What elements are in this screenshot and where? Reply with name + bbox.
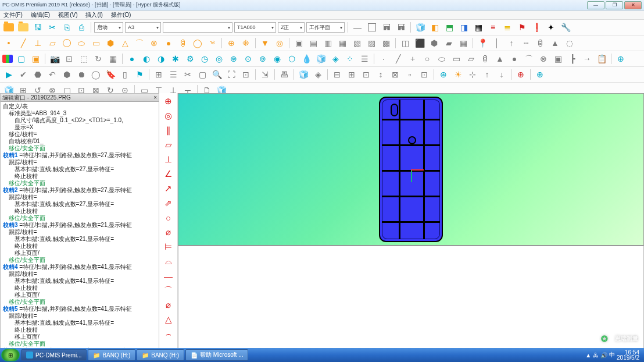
task-banq-2[interactable]: 📁BANQ (H:)	[137, 349, 184, 361]
3d-viewport[interactable]	[178, 93, 644, 246]
mode-combo[interactable]: 启动	[94, 22, 123, 33]
box3d-icon[interactable]: ⬚	[77, 53, 90, 65]
gdt-pos-icon[interactable]: ⊕	[225, 37, 238, 49]
plane-icon[interactable]: ▱	[46, 37, 59, 49]
play-icon[interactable]: ▶	[2, 69, 15, 80]
close-button[interactable]: ✕	[624, 1, 642, 9]
gdt-ang-icon[interactable]: ∠	[162, 168, 175, 180]
edit-window-body[interactable]: 自定义/表标准类型=ABB_914_3自尺寸/端点高度_0.1_<D2>_<TO…	[1, 102, 159, 350]
saveas-icon[interactable]: 🖬	[395, 22, 407, 33]
cube9-icon[interactable]: ◈	[329, 53, 342, 65]
up-icon[interactable]: ↑	[505, 37, 518, 49]
rpt-icon[interactable]: 📋	[595, 53, 608, 65]
cube-side-icon[interactable]: ◨	[457, 22, 470, 33]
drop-icon[interactable]: 💧	[300, 53, 313, 65]
new-file-icon[interactable]	[2, 22, 15, 33]
star-icon[interactable]: ✦	[545, 22, 557, 33]
edit-window-close-icon[interactable]: ×	[153, 94, 157, 101]
m3-icon[interactable]: ⊡	[360, 69, 373, 80]
ring-icon[interactable]: ◌	[563, 37, 576, 49]
task-banq-1[interactable]: 📁BANQ (H:)	[88, 349, 135, 361]
ball2-icon[interactable]: ◐	[140, 53, 153, 65]
hex-icon[interactable]: ⬡	[285, 53, 298, 65]
circle-icon[interactable]	[60, 37, 73, 49]
wrench-icon[interactable]: 🔧	[559, 22, 572, 33]
list-icon[interactable]: ☰	[167, 69, 180, 80]
m5-icon[interactable]: ⊠	[389, 69, 402, 80]
report-window[interactable]	[178, 246, 644, 350]
pa-icon[interactable]: ┣	[566, 53, 579, 65]
cyl3-icon[interactable]: 🛢	[534, 37, 547, 49]
page-icon[interactable]: ▯	[119, 69, 131, 80]
surf-icon[interactable]: ▰	[442, 37, 455, 49]
stack-icon[interactable]: ≡	[486, 22, 499, 33]
cy2-icon[interactable]: 🛢	[479, 53, 492, 65]
tray-clock[interactable]: 16:542019/5/2	[617, 350, 639, 360]
maximize-button[interactable]: ❐	[606, 1, 623, 9]
exp-icon[interactable]: ⇲	[259, 69, 271, 80]
gdt-position-icon[interactable]: ⊕	[162, 95, 175, 108]
pt-icon[interactable]: ·	[377, 53, 390, 65]
tray-lang-icon[interactable]: 中	[609, 351, 615, 359]
copy-icon[interactable]: ⎘	[60, 22, 73, 33]
start-button[interactable]: ⊞	[1, 349, 20, 361]
ball5-icon[interactable]: ⊙	[242, 53, 255, 65]
cube2-icon[interactable]: ▤	[307, 37, 320, 49]
layers-icon[interactable]: ≣	[501, 22, 514, 33]
menu-insert[interactable]: 插入(I)	[85, 11, 102, 19]
rect-tool-icon[interactable]	[366, 22, 378, 33]
m2-icon[interactable]: ⊞	[345, 69, 358, 80]
open-file-icon[interactable]	[17, 22, 30, 33]
ball7-icon[interactable]: ◉	[271, 53, 284, 65]
gdt-conc-icon[interactable]: ◎	[162, 109, 175, 122]
doc-icon[interactable]: ☰	[358, 53, 371, 65]
win-icon[interactable]: ▢	[196, 69, 209, 80]
warning-icon[interactable]: ❗	[530, 22, 543, 33]
sq2-icon[interactable]: ▣	[29, 53, 42, 65]
to2-icon[interactable]: ⊗	[537, 53, 550, 65]
task-word[interactable]: 📄帮助 Microsoft ...	[185, 349, 248, 361]
flag2-icon[interactable]: ⚑	[133, 69, 146, 80]
cylinder-icon[interactable]: ⬢	[104, 37, 117, 49]
arc-icon[interactable]: ⌒	[133, 37, 146, 49]
gdt-flat-icon[interactable]: ▱	[162, 139, 175, 151]
gdt-runout-icon[interactable]: ↗	[162, 182, 175, 195]
menu-file[interactable]: 文件(F)	[3, 11, 23, 19]
ax2-icon[interactable]: ↑	[481, 69, 493, 80]
save-icon[interactable]: 🖫	[31, 22, 44, 33]
system-tray[interactable]: ▲ 🖧 🔊 中 16:542019/5/2	[582, 350, 643, 360]
gdt-par-icon[interactable]: ∥	[162, 124, 175, 137]
rec-icon[interactable]: ⏺	[75, 69, 88, 80]
vline-icon[interactable]: │	[491, 37, 503, 49]
gdt-x-icon[interactable]: ⌀	[162, 299, 175, 311]
line-icon[interactable]: ╱	[17, 37, 30, 49]
clock-icon[interactable]: ◷	[198, 53, 211, 65]
rc-icon[interactable]: ▭	[450, 53, 463, 65]
ball3-icon[interactable]: ◑	[155, 53, 167, 65]
flag-icon[interactable]: ⚑	[516, 22, 528, 33]
sp2-icon[interactable]: ●	[508, 53, 521, 65]
camera-icon[interactable]: 📷	[48, 53, 61, 65]
wheel-icon[interactable]: ✱	[169, 53, 182, 65]
stop-icon[interactable]: ⬣	[31, 69, 44, 80]
check-icon[interactable]: ✔	[17, 69, 30, 80]
el2-icon[interactable]: ⬭	[435, 53, 448, 65]
box-icon[interactable]: ◫	[399, 37, 412, 49]
tray-net-icon[interactable]: 🖧	[593, 352, 599, 359]
cone-icon[interactable]: △	[119, 37, 131, 49]
go-icon[interactable]: →	[581, 53, 593, 65]
m6-icon[interactable]: ▫	[403, 69, 416, 80]
point-icon[interactable]: •	[2, 37, 15, 49]
cyl2-icon[interactable]: ⬢	[428, 37, 441, 49]
m1-icon[interactable]: ⊟	[331, 69, 344, 80]
tia-combo[interactable]: T1A000	[234, 22, 276, 33]
oct-icon[interactable]: ⬢	[60, 69, 73, 80]
ellipse-icon[interactable]: ⬭	[75, 37, 88, 49]
save-disk-icon[interactable]: 🖬	[380, 22, 393, 33]
zoom-icon[interactable]: 🔍	[210, 69, 223, 80]
sun-icon[interactable]: ☀	[452, 69, 464, 80]
cube5-icon[interactable]: ▧	[350, 37, 363, 49]
co2-icon[interactable]: ▲	[493, 53, 506, 65]
gdt-tri-icon[interactable]: △	[162, 313, 175, 326]
print-icon[interactable]: ⎙	[75, 22, 88, 33]
